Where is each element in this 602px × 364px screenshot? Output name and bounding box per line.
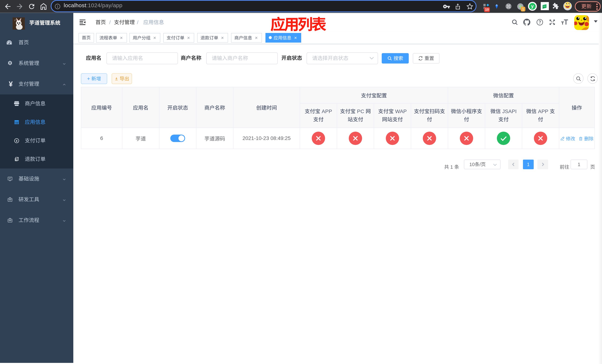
svg-text:¥: ¥ — [16, 139, 18, 142]
